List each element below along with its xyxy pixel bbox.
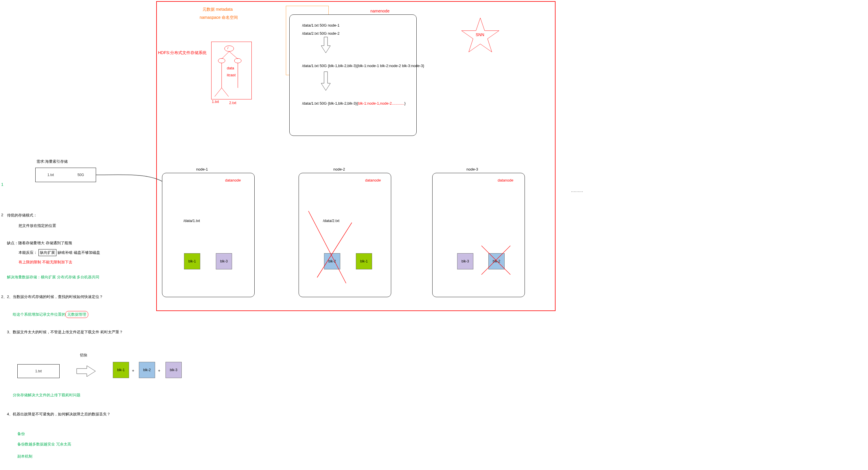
- metadata-label-1: 元数据 metadata: [203, 7, 232, 12]
- file-name: 1.txt: [48, 173, 54, 177]
- nn-row1a: /data/1.txt 50G node-1: [302, 23, 339, 28]
- q1-text-c: 缺点：随着存储量增大 存储遇到了瓶颈: [7, 240, 72, 246]
- q1-text-e: 有上限的限制 不能无限制加下去: [19, 260, 72, 265]
- namenode-title: namenode: [370, 9, 390, 13]
- svg-point-3: [218, 58, 225, 63]
- node2-role: datanode: [365, 178, 381, 182]
- q1-d-post: 缺啥补啥 磁盘不够加磁盘: [58, 250, 100, 255]
- node1-file: /data/1.txt: [183, 219, 200, 223]
- q2-ans-pre: 给这个系统增加记录文件位置的: [13, 312, 65, 317]
- q3-plus1: +: [132, 368, 134, 373]
- q1-text-d: 本能反应： 纵向扩展 缺啥补啥 磁盘不够加磁盘: [19, 249, 100, 256]
- tree-root: /: [227, 46, 228, 50]
- tree-svg: [211, 42, 252, 99]
- q3-ans: 分块存储解决大文件的上传下载耗时问题: [13, 393, 81, 398]
- node3-title: node-3: [466, 167, 478, 171]
- q3-file-box: 1.txt: [18, 364, 60, 378]
- q1-text-a: 传统的存储模式：: [7, 213, 37, 218]
- node1-blk2: blk-3: [216, 253, 232, 269]
- tree-data: data: [227, 66, 234, 70]
- q1-text-f: 解决海量数据存储：横向扩展 分布式存储 多台机器共同: [7, 275, 99, 280]
- svg-line-12: [317, 223, 352, 277]
- q1-text-b: 把文件放在指定的位置: [19, 223, 56, 228]
- marker-1: 1: [1, 182, 3, 187]
- q2-num: 2、: [1, 294, 7, 299]
- node2-title: node-2: [333, 167, 345, 171]
- nn-row2: /data/1.txt 50G {blk-1,blk-2,blk-3}{blk-…: [302, 64, 424, 68]
- svg-line-1: [222, 52, 229, 59]
- node1-title: node-1: [196, 167, 208, 171]
- q1-a: 2: [1, 213, 3, 217]
- svg-line-8: [222, 88, 228, 97]
- q3-file: 1.txt: [35, 369, 42, 373]
- metadata-label-2: namaspace 命名空间: [199, 15, 238, 20]
- q4-b: 备份数越多数据越安全 冗余太高: [18, 442, 71, 447]
- tree-f2: 2.txt: [229, 101, 237, 105]
- arrow-down-1: [321, 37, 333, 54]
- q4-a: 备份: [18, 431, 25, 436]
- nn-row3-pre: /data/1.txt 50G {blk-1,blk-2,blk-3}{: [302, 101, 358, 105]
- nn-row3: /data/1.txt 50G {blk-1,blk-2,blk-3}{blk-…: [302, 101, 406, 105]
- q1-d-box: 纵向扩展: [38, 249, 56, 256]
- svg-line-11: [308, 211, 346, 283]
- arrow-down-2: [321, 72, 333, 92]
- node3-blk1: blk-3: [457, 253, 473, 269]
- node1-blk1: blk-1: [184, 253, 200, 269]
- nn-row3-red: blk-1:node-1,node-2............: [358, 101, 404, 105]
- ellipsis: .........: [571, 189, 583, 193]
- node1-box: [162, 173, 255, 297]
- nn-row3-suf: }: [404, 101, 405, 105]
- q3-text: 3、数据文件太大的时候，不管是上传文件还是下载文件 耗时太严重？: [7, 330, 123, 335]
- nn-row1b: /data/2.txt 50G node-2: [302, 31, 339, 36]
- file-size: 50G: [78, 173, 84, 177]
- svg-point-4: [235, 58, 241, 63]
- q3-blk3: blk-3: [165, 362, 182, 378]
- svg-point-0: [224, 46, 234, 52]
- q2-ans: 给这个系统增加记录文件位置的 元数据管理: [13, 311, 88, 318]
- q2-text: 2、当数据分布式存储的时候，查找的时候如何快速定位？: [7, 294, 103, 299]
- file-box: 1.txt 50G: [35, 168, 96, 182]
- hdfs-label: HDFS:分布式文件存储系统: [158, 50, 207, 56]
- node1-role: datanode: [225, 178, 241, 182]
- tree-itcast: itcast: [227, 73, 236, 77]
- q3-blk2: blk-2: [139, 362, 155, 378]
- q3-blk1: blk-1: [113, 362, 129, 378]
- svg-line-2: [229, 52, 238, 59]
- node3-x: [482, 246, 513, 277]
- q3-arrow: [75, 364, 98, 378]
- q4-text: 4、机器出故障是不可避免的，如何解决故障之后的数据丢失？: [7, 412, 111, 417]
- q2-ans-circled: 元数据管理: [65, 311, 88, 318]
- node3-role: datanode: [498, 178, 513, 182]
- tree-f1: 1.txt: [212, 99, 219, 104]
- q4-c: 副本机制: [18, 454, 32, 459]
- q3-plus2: +: [158, 368, 160, 373]
- snn-label: SNN: [476, 32, 484, 37]
- node2-x: [308, 211, 363, 286]
- q3-cut: 切块: [80, 352, 87, 358]
- q1-d-pre: 本能反应：: [19, 250, 37, 255]
- svg-line-7: [215, 88, 222, 97]
- need-label: 需求:海量索引存储: [36, 159, 68, 164]
- node3-box: [432, 173, 525, 297]
